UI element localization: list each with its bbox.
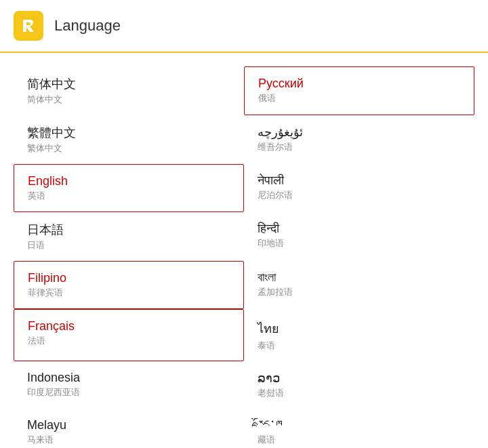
language-native: 法语 <box>28 335 232 347</box>
language-native: 尼泊尔语 <box>258 189 464 201</box>
language-name: ລາວ <box>258 371 464 386</box>
language-item[interactable]: ئۇيغۇرچە维吾尔语 <box>244 115 474 164</box>
app-header: Language <box>0 0 488 53</box>
language-native: 泰语 <box>258 340 464 352</box>
language-name: 繁體中文 <box>27 125 233 141</box>
language-item[interactable]: Melayu马来语 <box>14 409 244 448</box>
language-name: Français <box>28 319 232 333</box>
language-name: Melayu <box>27 418 233 432</box>
language-native: 菲律宾语 <box>28 287 232 299</box>
language-native: 孟加拉语 <box>258 286 464 298</box>
language-item[interactable]: 简体中文简体中文 <box>14 66 244 115</box>
language-item[interactable]: ไทย泰语 <box>244 309 474 361</box>
language-name: English <box>28 174 232 188</box>
language-native: 马来语 <box>27 434 233 446</box>
language-name: বাংলা <box>258 270 464 285</box>
language-name: हिन्दी <box>258 222 464 236</box>
language-item[interactable]: नेपाली尼泊尔语 <box>244 164 474 212</box>
language-name: 日本語 <box>27 222 233 238</box>
language-item[interactable]: 日本語日语 <box>14 212 244 261</box>
language-name: 简体中文 <box>27 76 233 92</box>
language-native: 印地语 <box>258 237 464 249</box>
page-title: Language <box>54 17 121 35</box>
language-item[interactable]: English英语 <box>14 164 244 212</box>
language-native: 繁体中文 <box>27 142 233 155</box>
language-item[interactable]: རྫོང་ཁ藏语 <box>244 409 474 448</box>
language-name: Indonesia <box>27 371 233 385</box>
language-item[interactable]: 繁體中文繁体中文 <box>14 115 244 164</box>
language-name: नेपाली <box>258 174 464 188</box>
app-logo <box>14 11 43 41</box>
language-item[interactable]: Русский俄语 <box>244 66 474 115</box>
language-item[interactable]: Filipino菲律宾语 <box>14 261 244 309</box>
language-native: 藏语 <box>258 434 464 446</box>
language-item[interactable]: বাংলা孟加拉语 <box>244 261 474 309</box>
language-item[interactable]: Indonesia印度尼西亚语 <box>14 361 244 409</box>
language-item[interactable]: हिन्दी印地语 <box>244 212 474 261</box>
language-native: 日语 <box>27 239 233 251</box>
language-native: 维吾尔语 <box>258 141 464 153</box>
language-name: Filipino <box>28 271 232 285</box>
language-native: 英语 <box>28 190 232 202</box>
language-name: རྫོང་ཁ <box>258 418 464 432</box>
language-name: ئۇيغۇرچە <box>258 125 464 140</box>
language-native: 简体中文 <box>27 94 233 106</box>
language-native: 老挝语 <box>258 387 464 399</box>
language-name: Русский <box>258 77 463 91</box>
language-native: 俄语 <box>258 92 463 104</box>
language-native: 印度尼西亚语 <box>27 386 233 399</box>
language-item[interactable]: Français法语 <box>14 309 244 361</box>
language-name: ไทย <box>258 319 464 338</box>
language-grid: 简体中文简体中文Русский俄语繁體中文繁体中文ئۇيغۇرچە维吾尔语Eng… <box>0 60 488 448</box>
language-item[interactable]: ລາວ老挝语 <box>244 361 474 409</box>
